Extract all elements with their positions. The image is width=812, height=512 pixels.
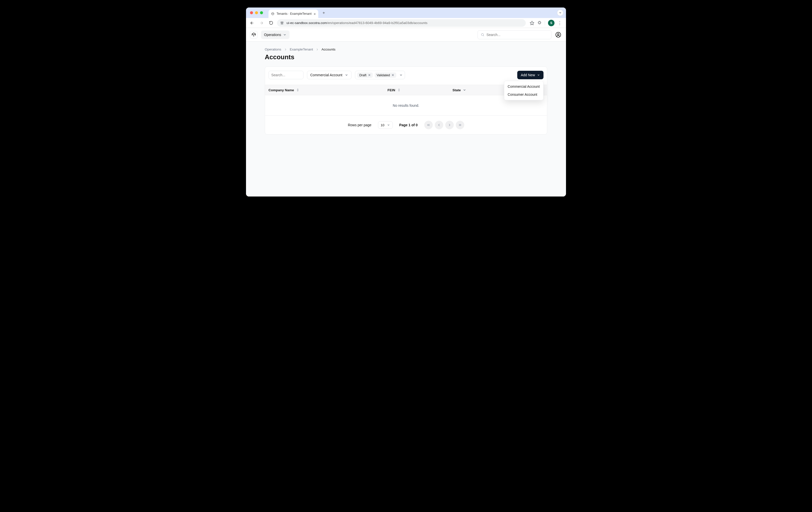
table-search-input[interactable] xyxy=(268,71,303,79)
filter-chip-draft: Draft ✕ xyxy=(357,73,373,78)
chip-remove-icon[interactable]: ✕ xyxy=(392,74,394,77)
operations-dropdown[interactable]: Operations xyxy=(261,30,290,39)
svg-rect-3 xyxy=(282,22,283,23)
svg-point-10 xyxy=(481,33,484,36)
bookmark-star-icon[interactable] xyxy=(530,21,534,25)
pagination: Rows per page 10 Page 1 of 0 xyxy=(268,116,544,129)
chevron-down-icon xyxy=(399,73,403,77)
global-search-input[interactable] xyxy=(487,33,548,37)
column-label: FEIN xyxy=(387,88,395,92)
tab-title: Tenants · ExampleTenant xyxy=(277,12,312,16)
app-header: Operations xyxy=(246,28,566,41)
column-company-name[interactable]: Company Name xyxy=(268,88,387,92)
window-minimize-button[interactable] xyxy=(255,11,258,14)
new-tab-button[interactable]: ＋ xyxy=(320,9,327,16)
chevron-right-icon xyxy=(316,48,319,51)
chevron-right-icon xyxy=(284,48,287,51)
nav-back-button[interactable] xyxy=(249,20,256,27)
breadcrumb-item-tenant[interactable]: ExampleTenant xyxy=(290,48,313,51)
url-path: /en/operations/ead47813-6049-4b69-94a9-b… xyxy=(327,21,428,25)
page-body: Operations ExampleTenant Accounts Accoun… xyxy=(246,41,566,197)
user-menu-button[interactable] xyxy=(554,31,562,38)
user-circle-icon xyxy=(555,32,561,38)
page-title: Accounts xyxy=(265,53,547,61)
rows-per-page-select[interactable]: 10 xyxy=(378,121,393,129)
browser-window: Tenants · ExampleTenant × ＋ ui-ec-sandbo… xyxy=(246,7,566,197)
filter-chip-validated: Validated ✕ xyxy=(375,73,396,78)
svg-rect-2 xyxy=(281,22,282,23)
page-prev-button[interactable] xyxy=(435,121,443,129)
browser-menu-icon[interactable]: ⋮ xyxy=(557,21,562,25)
chip-label: Draft xyxy=(359,73,366,77)
sort-icon xyxy=(397,88,401,92)
window-close-button[interactable] xyxy=(250,11,253,14)
chip-remove-icon[interactable]: ✕ xyxy=(368,74,371,77)
menu-item-commercial-account[interactable]: Commercial Account xyxy=(504,83,543,90)
toolbar-separator xyxy=(545,21,545,25)
column-fein[interactable]: FEIN xyxy=(387,88,453,92)
window-controls xyxy=(250,11,263,14)
breadcrumb-item-operations[interactable]: Operations xyxy=(265,48,281,51)
chevron-down-icon xyxy=(537,74,540,77)
svg-marker-6 xyxy=(530,21,534,25)
tab-close-icon[interactable]: × xyxy=(314,12,316,16)
column-label: Company Name xyxy=(268,88,294,92)
add-new-menu: Commercial Account Consumer Account xyxy=(504,81,544,100)
rows-per-page-value: 10 xyxy=(381,123,384,127)
tab-strip: Tenants · ExampleTenant × ＋ xyxy=(246,7,566,18)
sort-icon xyxy=(296,88,299,92)
window-zoom-button[interactable] xyxy=(260,11,263,14)
toolbar-actions: S ⋮ xyxy=(528,20,563,26)
rows-per-page-label: Rows per page xyxy=(348,123,371,127)
content-card: Commercial Account Draft ✕ Validated ✕ xyxy=(265,66,547,135)
extensions-icon[interactable] xyxy=(537,21,542,25)
column-label: State xyxy=(453,88,461,92)
chevron-down-icon xyxy=(463,88,466,92)
add-new-button[interactable]: Add New xyxy=(517,71,544,79)
account-type-select[interactable]: Commercial Account xyxy=(307,71,351,79)
tabs-list-button[interactable] xyxy=(557,9,563,16)
url-host: ui-ec-sandbox.socotra.com xyxy=(287,21,327,25)
chevron-down-icon xyxy=(283,33,287,36)
page-last-button[interactable] xyxy=(456,121,464,129)
menu-item-consumer-account[interactable]: Consumer Account xyxy=(504,90,543,98)
page-first-button[interactable] xyxy=(424,121,433,129)
chevron-down-icon xyxy=(387,123,390,126)
chip-label: Validated xyxy=(377,73,390,77)
filters-row: Commercial Account Draft ✕ Validated ✕ xyxy=(268,71,544,79)
page-next-button[interactable] xyxy=(445,121,454,129)
nav-reload-button[interactable] xyxy=(267,20,274,27)
search-icon xyxy=(481,33,485,37)
empty-message: No results found. xyxy=(393,104,419,108)
app-logo[interactable] xyxy=(250,31,258,38)
page-status: Page 1 of 0 xyxy=(399,123,418,127)
breadcrumb-item-current: Accounts xyxy=(321,48,336,51)
url-text: ui-ec-sandbox.socotra.com/en/operations/… xyxy=(287,21,428,25)
tab-favicon xyxy=(271,12,274,16)
browser-toolbar: ui-ec-sandbox.socotra.com/en/operations/… xyxy=(246,18,566,28)
svg-point-13 xyxy=(557,33,559,35)
browser-tab[interactable]: Tenants · ExampleTenant × xyxy=(268,9,318,18)
account-type-select-value: Commercial Account xyxy=(310,73,342,77)
breadcrumb: Operations ExampleTenant Accounts xyxy=(265,48,547,51)
address-bar[interactable]: ui-ec-sandbox.socotra.com/en/operations/… xyxy=(277,19,526,27)
operations-dropdown-label: Operations xyxy=(264,33,281,37)
pagination-buttons xyxy=(424,121,464,129)
svg-point-12 xyxy=(556,32,561,37)
status-filter[interactable]: Draft ✕ Validated ✕ xyxy=(355,71,405,79)
svg-line-11 xyxy=(483,35,484,36)
profile-initial: S xyxy=(550,21,552,25)
chevron-down-icon xyxy=(345,73,348,77)
nav-forward-button[interactable] xyxy=(258,20,265,27)
site-info-icon[interactable] xyxy=(280,21,284,25)
global-search[interactable] xyxy=(477,30,551,39)
add-new-label: Add New xyxy=(521,73,535,77)
profile-avatar[interactable]: S xyxy=(548,20,554,26)
